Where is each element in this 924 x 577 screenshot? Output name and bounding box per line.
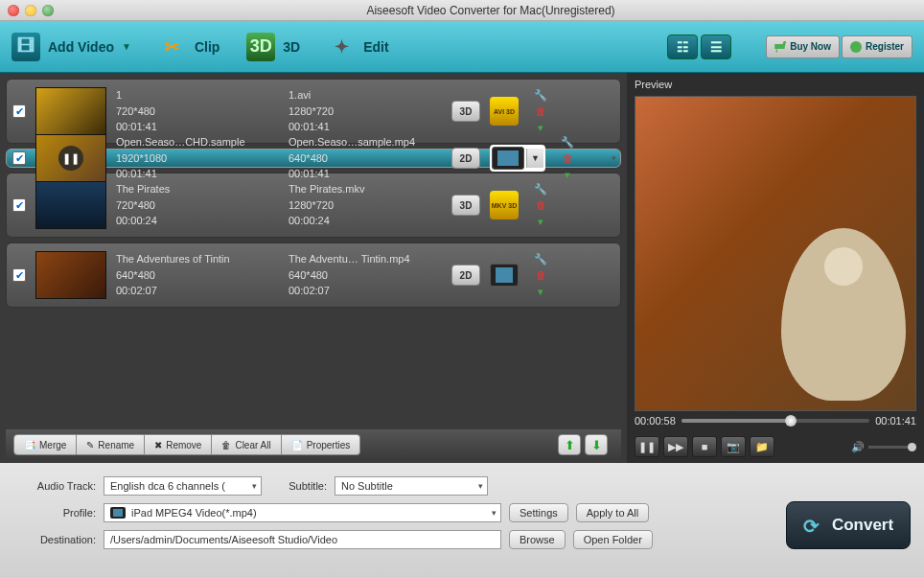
open-folder-button[interactable]: Open Folder	[573, 530, 653, 549]
output-resolution: 640*480	[289, 267, 442, 284]
settings-button[interactable]: Settings	[509, 503, 568, 522]
edit-button[interactable]: ✦ Edit	[327, 33, 388, 61]
file-name: Open.Seaso…CHD.sample	[116, 134, 279, 150]
file-name: 1	[116, 87, 279, 104]
dimension-badge[interactable]: 3D	[451, 195, 480, 216]
snapshot-button[interactable]: 📷	[721, 436, 746, 457]
row-checkbox[interactable]: ✔	[12, 268, 26, 282]
expand-icon[interactable]: ▾	[534, 285, 547, 298]
volume-icon[interactable]: 🔊	[851, 441, 865, 453]
file-duration: 00:02:07	[116, 283, 279, 299]
cube-3d-icon: 3D	[246, 33, 275, 61]
volume-slider[interactable]	[868, 446, 916, 449]
buy-now-button[interactable]: Buy Now	[766, 35, 840, 58]
output-name: The Adventu… Tintin.mp4	[289, 251, 442, 267]
main-toolbar: 🎞 Add Video ▼ ✂ Clip 3D 3D ✦ Edit ☷ ☰ Bu…	[0, 21, 924, 73]
move-up-button[interactable]: ⬆	[558, 434, 581, 455]
row-checkbox[interactable]: ✔	[12, 151, 26, 165]
file-row[interactable]: ✔ The Adventures of Tintin 640*480 00:02…	[6, 242, 621, 308]
convert-label: Convert	[832, 516, 893, 535]
thumbnail[interactable]: ❚❚	[35, 134, 106, 182]
settings-icon[interactable]: 🔧	[534, 182, 547, 196]
add-video-button[interactable]: 🎞 Add Video ▼	[12, 33, 131, 61]
settings-icon[interactable]: 🔧	[534, 88, 547, 102]
file-duration: 00:00:24	[116, 213, 279, 229]
pause-overlay-icon[interactable]: ❚❚	[58, 146, 83, 171]
close-window-icon[interactable]	[8, 5, 19, 16]
seek-slider[interactable]	[681, 419, 869, 423]
delete-icon[interactable]: 🗑	[534, 268, 547, 282]
clip-label: Clip	[195, 39, 219, 55]
settings-icon[interactable]: 🔧	[561, 135, 574, 149]
thumbnail[interactable]	[35, 251, 106, 299]
settings-icon[interactable]: 🔧	[534, 252, 547, 265]
preview-video[interactable]	[635, 96, 916, 411]
chevron-down-icon[interactable]: ▼	[526, 149, 543, 168]
row-checkbox[interactable]: ✔	[12, 104, 26, 118]
dimension-badge[interactable]: 3D	[451, 101, 480, 122]
next-frame-button[interactable]: ▶▶	[663, 436, 688, 457]
expand-icon[interactable]: ▾	[534, 121, 547, 134]
destination-input[interactable]: /Users/admin/Documents/Aiseesoft Studio/…	[104, 530, 501, 549]
file-name: The Adventures of Tintin	[116, 251, 279, 267]
profile-select[interactable]: iPad MPEG4 Video(*.mp4)	[104, 503, 501, 522]
file-row[interactable]: ✔ ❚❚ Open.Seaso…CHD.sample 1920*1080 00:…	[6, 149, 621, 168]
properties-button[interactable]: 📄 Properties	[282, 434, 361, 455]
delete-icon[interactable]: 🗑	[534, 104, 547, 118]
file-list: ✔ 1 720*480 00:01:41 1.avi 1280*720 00:0…	[0, 73, 627, 463]
apply-to-all-button[interactable]: Apply to All	[576, 503, 649, 522]
convert-button[interactable]: ⟳ Convert	[786, 501, 911, 549]
file-name: The Pirates	[116, 181, 279, 197]
delete-icon[interactable]: 🗑	[561, 151, 574, 165]
output-resolution: 640*480	[289, 150, 442, 167]
clip-button[interactable]: ✂ Clip	[158, 33, 219, 61]
file-resolution: 640*480	[116, 267, 279, 284]
thumbnail[interactable]	[35, 87, 106, 135]
row-checkbox[interactable]: ✔	[12, 198, 26, 212]
clear-all-button[interactable]: 🗑 Clear All	[212, 434, 281, 455]
register-button[interactable]: Register	[842, 35, 912, 58]
minimize-window-icon[interactable]	[25, 5, 36, 16]
ipad-icon	[492, 147, 524, 170]
browse-button[interactable]: Browse	[509, 530, 566, 549]
add-video-label: Add Video	[48, 39, 114, 55]
open-folder-button[interactable]: 📁	[750, 436, 774, 457]
thumbnail[interactable]	[35, 181, 106, 229]
view-list-button[interactable]: ☰	[701, 35, 731, 59]
view-thumbnails-button[interactable]: ☷	[667, 35, 698, 59]
file-resolution: 720*480	[116, 197, 279, 214]
output-duration: 00:01:41	[289, 119, 442, 135]
subtitle-select[interactable]: No Subtitle	[335, 476, 488, 496]
delete-icon[interactable]: 🗑	[534, 198, 547, 212]
dimension-badge[interactable]: 2D	[451, 148, 480, 169]
window-title: Aiseesoft Video Converter for Mac(Unregi…	[65, 4, 916, 17]
audio-track-select[interactable]: English dca 6 channels (	[104, 476, 262, 496]
destination-label: Destination:	[13, 534, 96, 545]
stop-button[interactable]: ■	[692, 436, 717, 457]
zoom-window-icon[interactable]	[42, 5, 54, 16]
cart-icon	[774, 41, 786, 53]
move-down-button[interactable]: ⬇	[585, 434, 608, 455]
audio-track-label: Audio Track:	[13, 480, 96, 492]
output-profile-selector[interactable]: ▼	[490, 145, 545, 172]
pause-button[interactable]: ❚❚	[635, 436, 659, 457]
output-duration: 00:01:41	[289, 166, 442, 182]
merge-button[interactable]: 📑 Merge	[13, 434, 77, 455]
titlebar: Aiseesoft Video Converter for Mac(Unregi…	[0, 0, 924, 21]
file-resolution: 1920*1080	[116, 150, 279, 167]
3d-button[interactable]: 3D 3D	[246, 33, 300, 61]
dimension-badge[interactable]: 2D	[451, 265, 480, 286]
file-row[interactable]: ✔ The Pirates 720*480 00:00:24 The Pirat…	[6, 173, 621, 238]
preview-label: Preview	[627, 73, 924, 96]
expand-icon[interactable]: ▾	[561, 168, 574, 181]
rename-button[interactable]: ✎ Rename	[77, 434, 145, 455]
format-icon-ipad[interactable]	[490, 261, 519, 289]
file-resolution: 720*480	[116, 104, 279, 120]
current-time: 00:00:58	[635, 415, 676, 427]
expand-icon[interactable]: ▾	[534, 215, 547, 228]
format-icon-mkv3d[interactable]: MKV 3D	[490, 191, 519, 219]
format-icon-avi3d[interactable]: AVI 3D	[490, 97, 519, 126]
preview-panel: Preview 00:00:58 00:01:41 ❚❚ ▶▶ ■ 📷 📁 🔊	[627, 73, 924, 463]
remove-button[interactable]: ✖ Remove	[145, 434, 212, 455]
chevron-down-icon: ▼	[122, 41, 131, 52]
